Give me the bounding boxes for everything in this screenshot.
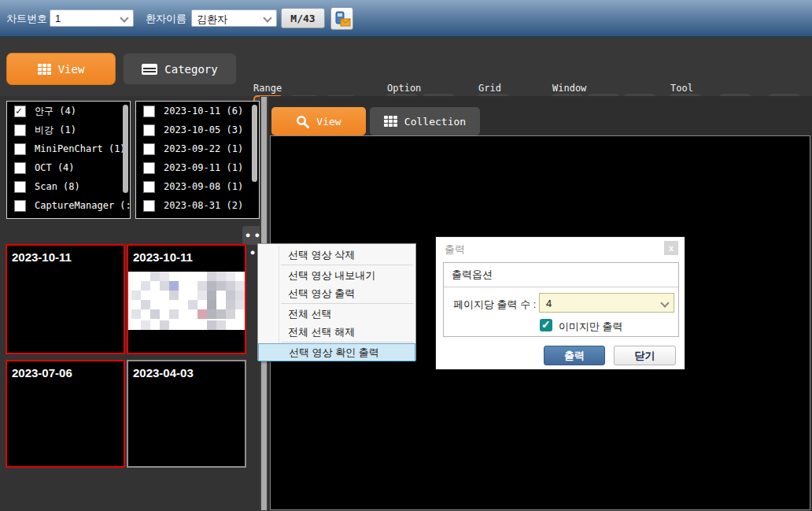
grid-icon	[384, 116, 397, 127]
grid-icon	[38, 64, 51, 75]
patient-topbar: 차트번호 1 환자이름 김환자 M/43	[0, 0, 812, 37]
listbox-scrollbar[interactable]	[252, 105, 257, 182]
per-page-label: 페이지당 출력 수 :	[453, 298, 536, 312]
listbox-scrollbar[interactable]	[123, 105, 128, 193]
list-item-label: 2023-10-05 (3)	[164, 124, 243, 135]
menu-separator	[281, 342, 413, 343]
thumbnail-date: 2023-04-03	[128, 361, 245, 380]
list-item[interactable]: 2023-10-11 (6)	[136, 102, 259, 120]
checkbox[interactable]	[143, 124, 155, 136]
checkbox[interactable]	[14, 124, 26, 136]
thumbnail-cell[interactable]: 2023-10-11	[127, 244, 246, 354]
thumbnail-image	[128, 272, 245, 330]
app-window: 차트번호 1 환자이름 김환자 M/43 View	[0, 0, 812, 511]
menu-item-deselect-all[interactable]: 전체 선택 해제	[258, 323, 415, 341]
menu-separator	[281, 303, 413, 304]
view-mode-label: View	[58, 63, 85, 76]
menu-item-print-selected[interactable]: 선택 영상 출력	[258, 284, 415, 302]
image-only-checkbox[interactable]	[540, 319, 552, 331]
menu-separator	[281, 265, 413, 265]
list-item-label: 2023-10-11 (6)	[164, 106, 243, 117]
checkbox[interactable]	[143, 162, 155, 174]
patient-name-label: 환자이름	[146, 12, 186, 26]
list-item[interactable]: 비강 (1)	[7, 120, 130, 139]
thumbnail-cell[interactable]: 2023-07-06	[6, 360, 125, 468]
image-only-label: 이미지만 출력	[559, 320, 623, 334]
tool-group-label: Tool	[670, 83, 693, 94]
checkbox[interactable]	[143, 200, 155, 212]
list-item-label: CaptureManager (:	[35, 200, 131, 211]
list-item-label: 2023-09-22 (1)	[164, 143, 243, 154]
grid-group-label: Grid	[478, 83, 501, 94]
list-item-label: 안구 (4)	[35, 105, 76, 118]
print-options-title: 출력옵션	[444, 263, 678, 287]
list-item-label: OCT (4)	[35, 162, 75, 173]
range-group-label: Range	[253, 83, 282, 94]
tab-collection[interactable]: Collection	[370, 107, 480, 135]
checkbox[interactable]	[14, 143, 26, 155]
thumbnail-cell[interactable]: 2023-04-03	[127, 360, 246, 468]
search-icon	[296, 115, 309, 128]
menu-item-select-all[interactable]: 전체 선택	[258, 305, 415, 323]
menu-item-delete-selected[interactable]: 선택 영상 삭제	[258, 246, 415, 264]
dialog-close-button[interactable]: x	[664, 241, 678, 255]
list-item[interactable]: OCT (4)	[7, 158, 130, 177]
option-group-label: Option	[387, 83, 421, 94]
list-item[interactable]: 안구 (4)	[7, 102, 130, 120]
list-item-label: MiniPenChart (1)	[35, 143, 126, 154]
checkbox[interactable]	[14, 162, 26, 174]
tab-view-label: View	[316, 116, 341, 128]
list-item[interactable]: CaptureManager (:	[7, 196, 130, 215]
dialog-title: 출력	[445, 243, 465, 257]
send-message-button[interactable]	[330, 7, 353, 30]
category-icon	[142, 64, 157, 75]
sex-age-button[interactable]: M/43	[281, 8, 325, 28]
phone-mail-icon	[334, 11, 351, 27]
main-toolbar: View Category Range ALL 3M 6M Option ★ !…	[0, 37, 812, 96]
checkbox[interactable]	[14, 106, 26, 117]
menu-item-confirm-print-selected[interactable]: 선택 영상 확인 출력	[258, 343, 415, 361]
menu-item-export-selected[interactable]: 선택 영상 내보내기	[258, 266, 415, 284]
list-item-label: 2023-08-31 (2)	[164, 200, 243, 211]
checkbox[interactable]	[14, 200, 26, 212]
category-mode-button[interactable]: Category	[123, 53, 237, 85]
chart-number-label: 차트번호	[6, 12, 47, 26]
thumbnail-date: 2023-10-11	[7, 246, 124, 264]
category-mode-label: Category	[164, 63, 217, 76]
tab-collection-label: Collection	[404, 116, 466, 128]
close-button[interactable]: 닫기	[614, 346, 676, 365]
thumbnail-cell[interactable]: 2023-10-11	[6, 244, 125, 354]
tab-view[interactable]: View	[271, 107, 366, 135]
chart-number-select[interactable]: 1	[50, 9, 134, 27]
print-button[interactable]: 출력	[544, 346, 605, 365]
date-listbox: 2023-10-11 (6) 2023-10-05 (3) 2023-09-22…	[135, 101, 260, 219]
patient-name-select[interactable]: 김환자	[191, 9, 277, 27]
checkbox[interactable]	[143, 106, 155, 117]
list-item[interactable]: 2023-09-11 (1)	[136, 158, 259, 177]
list-item-label: 2023-09-08 (1)	[164, 181, 243, 192]
list-item-label: 2023-09-11 (1)	[164, 162, 243, 173]
list-item[interactable]: 2023-09-22 (1)	[136, 139, 259, 158]
window-group-label: Window	[552, 83, 586, 94]
category-listbox: 안구 (4) 비강 (1) MiniPenChart (1) OCT (4) S…	[6, 101, 131, 219]
list-item[interactable]: 2023-09-08 (1)	[136, 177, 259, 196]
per-page-value: 4	[540, 294, 674, 309]
print-dialog: 출력 x 출력옵션 페이지당 출력 수 : 4 이미지만 출력 출력 닫기	[435, 236, 685, 370]
view-mode-button[interactable]: View	[6, 53, 116, 85]
list-item-label: 비강 (1)	[35, 124, 76, 137]
print-options-groupbox: 출력옵션 페이지당 출력 수 : 4 이미지만 출력	[443, 262, 679, 337]
thumbnail-date: 2023-07-06	[7, 361, 124, 380]
list-item[interactable]: MiniPenChart (1)	[7, 139, 130, 158]
list-item-label: Scan (8)	[35, 181, 80, 192]
checkbox[interactable]	[143, 143, 155, 155]
per-page-select[interactable]: 4	[539, 293, 674, 313]
list-item[interactable]: 2023-10-05 (3)	[136, 120, 259, 139]
checkbox[interactable]	[143, 181, 155, 193]
thumbnail-date: 2023-10-11	[128, 246, 245, 264]
list-item[interactable]: Scan (8)	[7, 177, 130, 196]
checkbox[interactable]	[14, 181, 26, 193]
context-menu: 선택 영상 삭제 선택 영상 내보내기 선택 영상 출력 전체 선택 전체 선택…	[257, 243, 416, 361]
list-item[interactable]: 2023-08-31 (2)	[136, 196, 259, 215]
